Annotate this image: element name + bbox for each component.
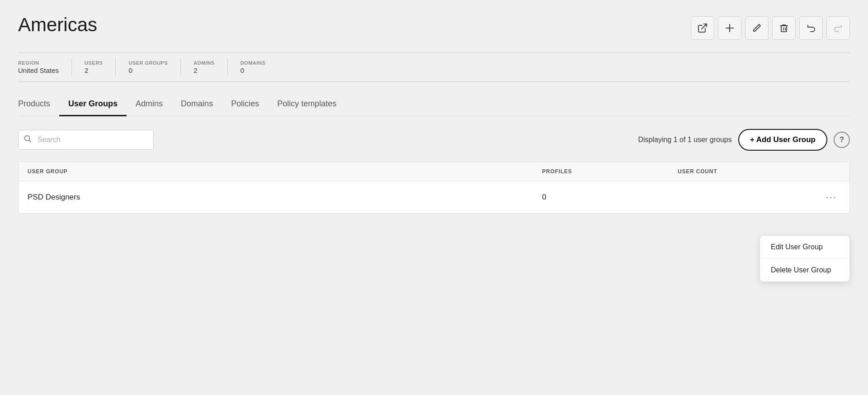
stat-domains-value: 0 <box>241 67 265 74</box>
stat-region: REGION United States <box>18 58 72 76</box>
redo-button[interactable] <box>826 16 850 40</box>
delete-button[interactable] <box>772 16 796 40</box>
stat-users: USERS 2 <box>85 58 116 76</box>
page-container: Americas <box>0 0 868 395</box>
table-row: PSD Designers 0 ··· <box>19 181 849 213</box>
stat-users-value: 2 <box>85 67 103 74</box>
stat-users-label: USERS <box>85 60 103 66</box>
stats-row: REGION United States USERS 2 USER GROUPS… <box>18 52 850 82</box>
svg-line-7 <box>29 140 31 142</box>
page-title: Americas <box>18 14 97 35</box>
edit-button[interactable] <box>745 16 769 40</box>
displaying-count: Displaying 1 of 1 user groups <box>638 136 731 144</box>
tab-admins[interactable]: Admins <box>127 95 172 116</box>
tab-domains[interactable]: Domains <box>172 95 222 116</box>
search-wrapper <box>18 130 154 150</box>
context-menu-edit[interactable]: Edit User Group <box>760 236 849 259</box>
stat-region-value: United States <box>18 67 59 74</box>
stat-user-groups: USER GROUPS 0 <box>128 58 181 76</box>
row-more-button[interactable]: ··· <box>813 190 840 205</box>
user-groups-table: USER GROUP PROFILES USER COUNT PSD Desig… <box>18 162 850 214</box>
toolbar <box>691 16 850 40</box>
col-actions <box>813 168 840 175</box>
context-menu-delete[interactable]: Delete User Group <box>760 259 849 281</box>
stat-admins: ADMINS 2 <box>193 58 227 76</box>
col-user-count: USER COUNT <box>678 168 813 175</box>
tab-user-groups[interactable]: User Groups <box>59 95 127 116</box>
stat-region-label: REGION <box>18 60 59 66</box>
header-row: Americas <box>18 14 850 40</box>
svg-line-0 <box>702 24 707 29</box>
add-user-group-button[interactable]: + Add User Group <box>738 129 827 151</box>
row-name: PSD Designers <box>28 193 542 202</box>
stat-domains: DOMAINS 0 <box>241 58 278 76</box>
right-actions: Displaying 1 of 1 user groups + Add User… <box>638 129 850 151</box>
col-profiles: PROFILES <box>542 168 678 175</box>
search-input[interactable] <box>18 130 154 150</box>
col-user-group: USER GROUP <box>28 168 542 175</box>
stat-admins-label: ADMINS <box>193 60 214 66</box>
search-icon <box>24 134 32 145</box>
tabs-row: Products User Groups Admins Domains Poli… <box>18 95 850 116</box>
tab-products[interactable]: Products <box>18 95 59 116</box>
table-header: USER GROUP PROFILES USER COUNT <box>19 162 849 181</box>
external-link-button[interactable] <box>691 16 714 40</box>
stat-admins-value: 2 <box>193 67 214 74</box>
context-menu: Edit User Group Delete User Group <box>760 235 850 282</box>
stat-user-groups-label: USER GROUPS <box>128 60 168 66</box>
undo-button[interactable] <box>799 16 823 40</box>
tab-policy-templates[interactable]: Policy templates <box>268 95 345 116</box>
row-profiles: 0 <box>542 193 678 202</box>
more-dots-icon: ··· <box>826 191 837 203</box>
add-button[interactable] <box>718 16 741 40</box>
help-button[interactable]: ? <box>834 132 850 148</box>
stat-user-groups-value: 0 <box>128 67 168 74</box>
stat-domains-label: DOMAINS <box>241 60 265 66</box>
actions-row: Displaying 1 of 1 user groups + Add User… <box>18 129 850 151</box>
tab-policies[interactable]: Policies <box>222 95 268 116</box>
